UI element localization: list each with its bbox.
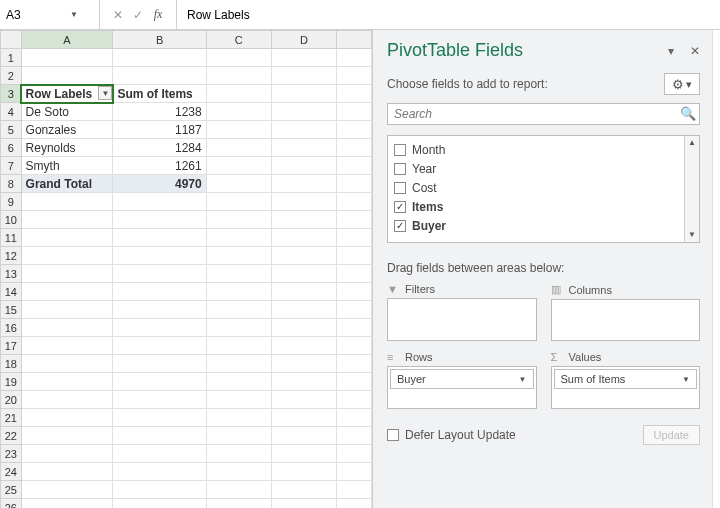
cell[interactable]: Smyth bbox=[21, 157, 113, 175]
cell-B3[interactable]: Sum of Items bbox=[113, 85, 206, 103]
row-header[interactable]: 24 bbox=[1, 463, 22, 481]
gear-icon: ⚙ bbox=[672, 77, 684, 92]
field-item-year[interactable]: Year bbox=[394, 159, 678, 178]
row-header[interactable]: 5 bbox=[1, 121, 22, 139]
cell[interactable]: Gonzales bbox=[21, 121, 113, 139]
search-icon[interactable]: 🔍 bbox=[680, 106, 696, 121]
name-box[interactable] bbox=[6, 6, 66, 24]
chip-label: Buyer bbox=[397, 373, 426, 385]
row-header[interactable]: 14 bbox=[1, 283, 22, 301]
defer-checkbox[interactable] bbox=[387, 429, 399, 441]
row-header[interactable]: 20 bbox=[1, 391, 22, 409]
columns-icon: ▥ bbox=[551, 283, 563, 296]
row-header[interactable]: 15 bbox=[1, 301, 22, 319]
field-checkbox[interactable] bbox=[394, 182, 406, 194]
row-header[interactable]: 21 bbox=[1, 409, 22, 427]
filter-dropdown-icon[interactable]: ▼ bbox=[98, 86, 112, 100]
row-header[interactable]: 3 bbox=[1, 85, 22, 103]
row-header[interactable]: 1 bbox=[1, 49, 22, 67]
name-box-dropdown-icon[interactable]: ▼ bbox=[66, 10, 82, 19]
field-checkbox[interactable] bbox=[394, 144, 406, 156]
select-all-corner[interactable] bbox=[1, 31, 22, 49]
pivot-fields-pane: PivotTable Fields ▾ ✕ Choose fields to a… bbox=[372, 30, 712, 508]
formula-bar: ▼ ✕ ✓ fx bbox=[0, 0, 720, 30]
row-header[interactable]: 6 bbox=[1, 139, 22, 157]
col-header-B[interactable]: B bbox=[113, 31, 206, 49]
row-header[interactable]: 11 bbox=[1, 229, 22, 247]
chevron-down-icon: ▼ bbox=[682, 375, 690, 384]
field-label: Items bbox=[412, 200, 443, 214]
formula-buttons: ✕ ✓ fx bbox=[100, 0, 177, 29]
col-header-A[interactable]: A bbox=[21, 31, 113, 49]
rows-field-chip[interactable]: Buyer ▼ bbox=[390, 369, 534, 389]
field-checkbox[interactable] bbox=[394, 201, 406, 213]
choose-fields-label: Choose fields to add to report: bbox=[387, 77, 548, 91]
area-columns: ▥Columns bbox=[551, 283, 701, 341]
scroll-up-icon[interactable]: ▲ bbox=[688, 136, 696, 150]
cell-A3[interactable]: Row Labels ▼ bbox=[21, 85, 113, 103]
pane-menu-icon[interactable]: ▾ bbox=[668, 44, 674, 58]
row-header[interactable]: 26 bbox=[1, 499, 22, 509]
cancel-icon[interactable]: ✕ bbox=[110, 8, 126, 22]
cell[interactable]: 1187 bbox=[113, 121, 206, 139]
row-header[interactable]: 16 bbox=[1, 319, 22, 337]
row-header[interactable]: 17 bbox=[1, 337, 22, 355]
cell[interactable]: Reynolds bbox=[21, 139, 113, 157]
field-label: Buyer bbox=[412, 219, 446, 233]
row-header[interactable]: 10 bbox=[1, 211, 22, 229]
cell[interactable]: 1284 bbox=[113, 139, 206, 157]
cell[interactable]: De Soto bbox=[21, 103, 113, 121]
field-item-month[interactable]: Month bbox=[394, 140, 678, 159]
field-item-buyer[interactable]: Buyer bbox=[394, 216, 678, 235]
area-filters: ▼Filters bbox=[387, 283, 537, 341]
row-header[interactable]: 8 bbox=[1, 175, 22, 193]
area-values: ΣValues Sum of Items ▼ bbox=[551, 351, 701, 409]
row-header[interactable]: 22 bbox=[1, 427, 22, 445]
cell[interactable]: 1238 bbox=[113, 103, 206, 121]
rows-drop-zone[interactable]: Buyer ▼ bbox=[387, 366, 537, 409]
cell-grand-value[interactable]: 4970 bbox=[113, 175, 206, 193]
area-rows: ≡Rows Buyer ▼ bbox=[387, 351, 537, 409]
scroll-down-icon[interactable]: ▼ bbox=[688, 228, 696, 242]
field-item-items[interactable]: Items bbox=[394, 197, 678, 216]
columns-drop-zone[interactable] bbox=[551, 299, 701, 341]
formula-input[interactable] bbox=[177, 0, 720, 29]
fields-layout-button[interactable]: ⚙ ▾ bbox=[664, 73, 700, 95]
row-header[interactable]: 19 bbox=[1, 373, 22, 391]
field-list: MonthYearCostItemsBuyer ▲ ▼ bbox=[387, 135, 700, 243]
values-drop-zone[interactable]: Sum of Items ▼ bbox=[551, 366, 701, 409]
field-item-cost[interactable]: Cost bbox=[394, 178, 678, 197]
enter-icon[interactable]: ✓ bbox=[130, 8, 146, 22]
row-header[interactable]: 23 bbox=[1, 445, 22, 463]
values-field-chip[interactable]: Sum of Items ▼ bbox=[554, 369, 698, 389]
cell-grand-label[interactable]: Grand Total bbox=[21, 175, 113, 193]
rows-icon: ≡ bbox=[387, 351, 399, 363]
area-title-label: Rows bbox=[405, 351, 433, 363]
right-gutter bbox=[712, 30, 720, 508]
row-header[interactable]: 2 bbox=[1, 67, 22, 85]
field-label: Cost bbox=[412, 181, 437, 195]
row-header[interactable]: 4 bbox=[1, 103, 22, 121]
cell[interactable]: 1261 bbox=[113, 157, 206, 175]
row-header[interactable]: 9 bbox=[1, 193, 22, 211]
field-checkbox[interactable] bbox=[394, 220, 406, 232]
row-header[interactable]: 13 bbox=[1, 265, 22, 283]
search-input[interactable] bbox=[387, 103, 700, 125]
col-header-C[interactable]: C bbox=[206, 31, 271, 49]
col-header-D[interactable]: D bbox=[271, 31, 336, 49]
worksheet[interactable]: A B C D 1 2 3 Row Labels ▼ Sum of Items bbox=[0, 30, 372, 508]
filters-drop-zone[interactable] bbox=[387, 298, 537, 341]
row-header[interactable]: 18 bbox=[1, 355, 22, 373]
field-list-scrollbar[interactable]: ▲ ▼ bbox=[684, 136, 699, 242]
row-header[interactable]: 12 bbox=[1, 247, 22, 265]
row-header[interactable]: 25 bbox=[1, 481, 22, 499]
row-header[interactable]: 7 bbox=[1, 157, 22, 175]
update-button[interactable]: Update bbox=[643, 425, 700, 445]
close-icon[interactable]: ✕ bbox=[690, 44, 700, 58]
area-title-label: Values bbox=[569, 351, 602, 363]
insert-function-icon[interactable]: fx bbox=[150, 7, 166, 22]
name-box-wrap: ▼ bbox=[0, 0, 100, 29]
drag-areas-label: Drag fields between areas below: bbox=[387, 261, 700, 275]
area-title-label: Filters bbox=[405, 283, 435, 295]
field-checkbox[interactable] bbox=[394, 163, 406, 175]
